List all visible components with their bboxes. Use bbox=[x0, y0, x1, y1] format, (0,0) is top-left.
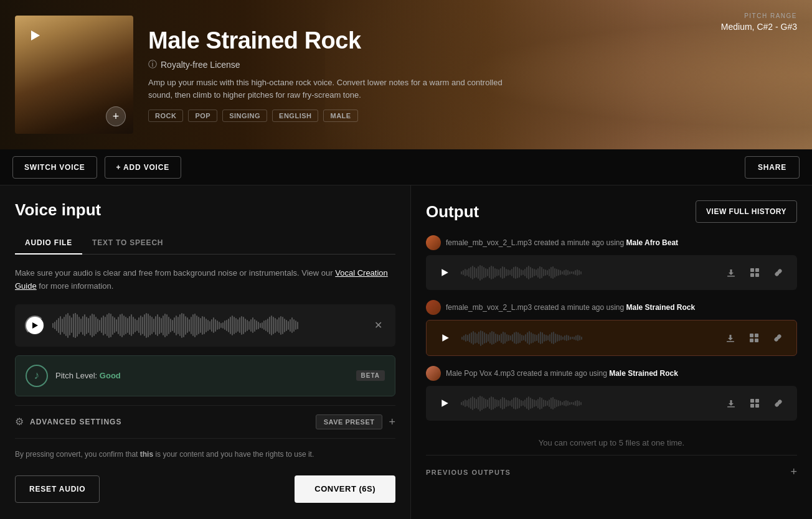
tab-audio-file[interactable]: AUDIO FILE bbox=[15, 232, 82, 255]
waveform-bar bbox=[288, 321, 289, 330]
add-voice-button[interactable]: + Add Voice bbox=[105, 156, 181, 179]
hero-tags: ROCKPOPSINGINGENGLISHMALE bbox=[148, 110, 797, 122]
output-play-button[interactable] bbox=[436, 395, 453, 412]
waveform-bar bbox=[234, 317, 235, 334]
copy-link-icon[interactable] bbox=[770, 395, 787, 412]
add-to-project-icon[interactable] bbox=[746, 395, 763, 412]
waveform-bar bbox=[166, 314, 168, 336]
download-icon[interactable] bbox=[722, 395, 740, 412]
convert-button[interactable]: CONVERT (6S) bbox=[295, 475, 395, 503]
waveform-bar bbox=[93, 314, 95, 336]
hero-add-button[interactable]: + bbox=[106, 106, 126, 126]
add-to-project-icon[interactable] bbox=[746, 264, 763, 281]
output-waveform-bar bbox=[522, 401, 524, 406]
output-player bbox=[426, 320, 797, 356]
output-waveform-bar bbox=[470, 398, 471, 409]
switch-voice-button[interactable]: Switch Voice bbox=[12, 156, 97, 179]
waveform-bar bbox=[278, 317, 280, 333]
waveform-bar bbox=[92, 314, 93, 337]
waveform-bar bbox=[144, 314, 145, 336]
waveform-bar bbox=[112, 316, 113, 335]
waveform-bar bbox=[215, 319, 216, 332]
hero-license: ⓘ Royalty-free License bbox=[148, 59, 797, 70]
waveform-bar bbox=[123, 316, 125, 335]
output-item: female_mb_vox_2_L.mp3 created a minute a… bbox=[426, 300, 797, 356]
save-preset-button[interactable]: SAVE PRESET bbox=[316, 414, 383, 429]
waveform-bar bbox=[239, 317, 240, 333]
add-settings-icon[interactable]: + bbox=[389, 416, 395, 428]
output-waveform-bar bbox=[549, 334, 550, 342]
reset-audio-button[interactable]: RESET AUDIO bbox=[15, 475, 100, 503]
share-button[interactable]: Share bbox=[745, 156, 800, 179]
left-panel: Voice input AUDIO FILE TEXT TO SPEECH Ma… bbox=[0, 185, 411, 519]
waveform-bar bbox=[256, 320, 257, 330]
output-waveform-bar bbox=[558, 400, 559, 406]
hero-tag: ROCK bbox=[148, 110, 183, 122]
output-waveform-bar bbox=[560, 401, 561, 406]
output-waveform-bar bbox=[544, 334, 545, 342]
waveform-bar bbox=[241, 316, 242, 335]
output-waveform bbox=[461, 393, 715, 413]
output-waveform-bar bbox=[532, 334, 534, 343]
tab-text-to-speech[interactable]: TEXT TO SPEECH bbox=[82, 232, 173, 255]
output-waveform-bar bbox=[571, 402, 572, 404]
waveform-bar bbox=[258, 322, 259, 329]
output-waveform bbox=[461, 328, 714, 348]
output-waveform-bar bbox=[500, 268, 501, 278]
hero-tag: SINGING bbox=[222, 110, 267, 122]
main-content: Voice input AUDIO FILE TEXT TO SPEECH Ma… bbox=[0, 185, 812, 519]
add-to-project-icon[interactable] bbox=[745, 329, 763, 347]
copy-link-icon[interactable] bbox=[769, 329, 786, 347]
waveform-bar bbox=[127, 318, 128, 333]
consent-text: By pressing convert, you confirm that th… bbox=[15, 438, 395, 470]
svg-marker-8 bbox=[442, 334, 449, 342]
output-waveform-bar bbox=[577, 269, 578, 276]
output-waveform-bar bbox=[493, 397, 494, 409]
close-audio-button[interactable]: ✕ bbox=[371, 318, 385, 333]
waveform-bar bbox=[280, 316, 281, 335]
waveform-bar bbox=[151, 317, 153, 334]
output-waveform-bar bbox=[567, 401, 569, 406]
hero-pitch: PITCH RANGE Medium, C#2 - G#3 bbox=[721, 12, 797, 32]
output-waveform-bar bbox=[572, 337, 573, 339]
output-waveform-bar bbox=[478, 332, 479, 344]
output-waveform-bar bbox=[547, 335, 549, 340]
waveform-bar bbox=[159, 317, 160, 334]
waveform-bar bbox=[243, 317, 244, 334]
output-waveform-bar bbox=[515, 397, 516, 409]
output-waveform-bar bbox=[523, 335, 524, 340]
hero-thumbnail: + bbox=[15, 16, 133, 134]
output-waveform-bar bbox=[555, 334, 556, 343]
output-waveform-bar bbox=[480, 330, 481, 346]
output-waveform-bar bbox=[545, 335, 547, 341]
waveform-bar bbox=[250, 319, 252, 332]
download-icon[interactable] bbox=[722, 329, 739, 347]
svg-rect-11 bbox=[755, 334, 758, 337]
waveform-bar bbox=[129, 316, 130, 335]
waveform-bar bbox=[232, 316, 233, 335]
svg-rect-19 bbox=[755, 404, 759, 408]
copy-link-icon[interactable] bbox=[770, 264, 787, 281]
waveform-bar bbox=[196, 316, 197, 335]
output-waveform-bar bbox=[481, 396, 483, 410]
waveform-bar bbox=[237, 319, 238, 332]
output-waveform-bar bbox=[531, 332, 532, 344]
waveform-bar bbox=[62, 319, 63, 332]
output-waveform-bar bbox=[493, 332, 494, 344]
view-full-history-button[interactable]: VIEW FULL HISTORY bbox=[696, 200, 797, 223]
output-waveform-bar bbox=[476, 399, 477, 408]
previous-outputs-row[interactable]: PREVIOUS OUTPUTS + bbox=[426, 455, 797, 489]
advanced-settings-row[interactable]: ⚙ ADVANCED SETTINGS SAVE PRESET + bbox=[15, 405, 395, 438]
output-waveform-bar bbox=[461, 271, 462, 274]
info-icon: ⓘ bbox=[148, 59, 157, 70]
download-icon[interactable] bbox=[722, 264, 740, 281]
waveform-bar bbox=[120, 314, 121, 336]
play-button[interactable] bbox=[25, 316, 45, 335]
waveform-bar bbox=[290, 319, 291, 332]
output-waveform-bar bbox=[487, 269, 488, 276]
output-play-button[interactable] bbox=[437, 329, 454, 347]
output-waveform-bar bbox=[574, 337, 575, 340]
output-waveform-bar bbox=[534, 269, 535, 276]
output-play-button[interactable] bbox=[436, 264, 453, 281]
hero-play-icon bbox=[25, 26, 45, 45]
